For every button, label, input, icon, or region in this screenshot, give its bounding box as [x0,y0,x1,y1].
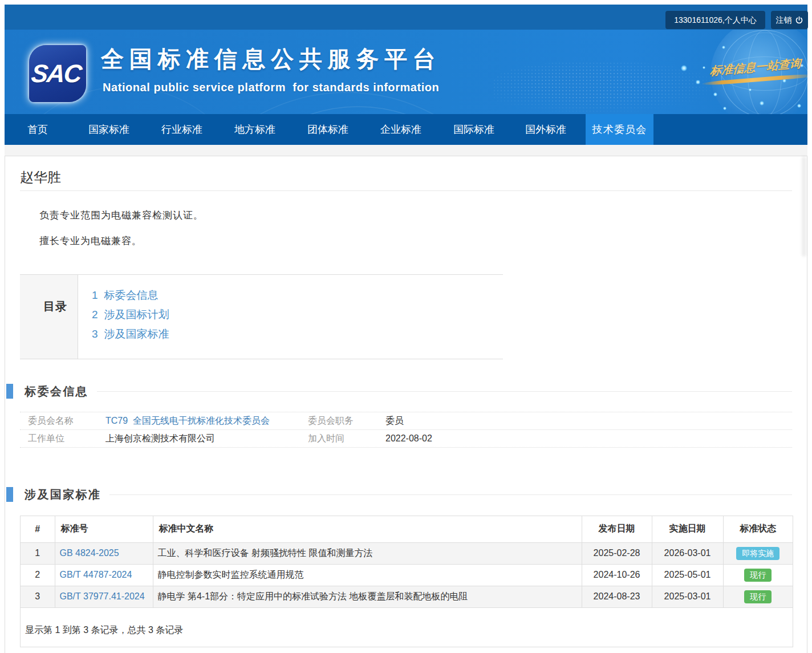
toc-heading: 目录 [43,299,67,314]
section-heading-committee-info: 标委会信息 [20,384,792,399]
section-heading-national-standards: 涉及国家标准 [20,487,792,502]
nav-item-industry-standards[interactable]: 行业标准 [161,114,202,145]
standard-code-link[interactable]: GB 4824-2025 [60,548,119,558]
detail-label: 加入时间 [300,433,377,445]
sparkle-decoration [797,104,801,108]
cell-status: 现行 [723,586,793,607]
cell-implement-date: 2025-03-01 [652,586,723,607]
toc: 目录 1标委会信息 2涉及国标计划 3涉及国家标准 [20,274,503,359]
cell-status: 即将实施 [723,542,793,564]
logout-button[interactable]: 注销 [771,11,808,29]
detail-row: 委员会名称 TC79 全国无线电干扰标准化技术委员会 委员会职务 委员 [20,412,792,430]
detail-value: 上海创京检测技术有限公司 [98,433,300,445]
intro-paragraph: 擅长专业为电磁兼容。 [20,234,792,248]
detail-value: TC79 全国无线电干扰标准化技术委员会 [98,415,300,427]
col-header-name: 标准中文名称 [153,516,582,542]
standards-table: # 标准号 标准中文名称 发布日期 实施日期 标准状态 1 GB [21,516,793,608]
toc-list: 1标委会信息 2涉及国标计划 3涉及国家标准 [78,275,503,359]
intro-paragraph: 负责专业范围为电磁兼容检测认证。 [20,209,792,222]
section-marker [6,487,13,502]
pagination-detail: 显示第 1 到第 3 条记录，总共 3 条记录 [21,608,793,647]
toc-link-committee-info[interactable]: 1标委会信息 [92,289,159,301]
section-heading-line [109,494,792,495]
user-center-button[interactable]: 13301611026,个人中心 [665,11,765,29]
detail-value: 委员 [377,415,792,427]
section-heading-text: 标委会信息 [20,384,88,399]
status-badge: 现行 [744,590,772,603]
toc-item: 2涉及国标计划 [92,305,503,325]
col-header-status: 标准状态 [723,516,793,542]
cell-code: GB/T 44787-2024 [55,564,153,586]
committee-link[interactable]: TC79 全国无线电干扰标准化技术委员会 [105,416,270,425]
cell-code: GB/T 37977.41-2024 [55,586,153,607]
site-subtitle: National public service platform for sta… [103,80,439,95]
scrollbar[interactable] [802,156,806,257]
topbar: 13301611026,个人中心 注销 [5,5,807,30]
toc-heading-cell: 目录 [20,275,78,359]
nav-item-technical-committees[interactable]: 技术委员会 [586,114,653,145]
cell-name: 静电学 第4-1部分：特定应用中的标准试验方法 地板覆盖层和装配地板的电阻 [153,586,582,607]
page: 13301611026,个人中心 注销 [0,0,812,653]
sparkle-decoration [723,107,726,110]
cell-index: 2 [21,564,55,586]
standard-code-link[interactable]: GB/T 37977.41-2024 [60,591,145,601]
cell-status: 现行 [723,564,793,586]
toc-item: 3涉及国家标准 [92,325,503,344]
toc-link-national-standards[interactable]: 3涉及国家标准 [92,328,169,340]
cell-code: GB 4824-2025 [55,542,153,564]
page-title: 赵华胜 [20,169,792,191]
sac-logo-text: SAC [30,59,86,88]
main-nav: 首页 国家标准 行业标准 地方标准 团体标准 企业标准 国际标准 国外标准 技术… [5,114,807,145]
nav-item-group-standards[interactable]: 团体标准 [307,114,348,145]
toc-item: 1标委会信息 [92,286,503,305]
cell-index: 1 [21,542,55,564]
site-title: 全国标准信息公共服务平台 [101,45,441,72]
sparkle-decoration [681,65,687,71]
col-header-code: 标准号 [55,516,153,542]
sparkle-decoration [696,80,700,84]
nav-item-foreign-standards[interactable]: 国外标准 [525,114,566,145]
table-row: 1 GB 4824-2025 工业、科学和医疗设备 射频骚扰特性 限值和测量方法… [21,542,793,564]
col-header-implement-date: 实施日期 [652,516,723,542]
sac-logo[interactable]: SAC [29,45,86,102]
section-marker [6,384,13,399]
cell-index: 3 [21,586,55,607]
cell-implement-date: 2026-03-01 [652,542,723,564]
committee-detail-table: 委员会名称 TC79 全国无线电干扰标准化技术委员会 委员会职务 委员 工作单位… [20,412,792,448]
detail-row: 工作单位 上海创京检测技术有限公司 加入时间 2022-08-02 [20,430,792,448]
detail-label: 工作单位 [20,433,98,445]
table-row: 2 GB/T 44787-2024 静电控制参数实时监控系统通用规范 2024-… [21,564,793,586]
sparkle-decoration [713,92,717,96]
sparkle-decoration [749,88,752,91]
cell-name: 工业、科学和医疗设备 射频骚扰特性 限值和测量方法 [153,542,582,564]
col-header-index: # [21,516,55,542]
sparkle-decoration [760,101,764,106]
power-icon [795,16,803,25]
section-heading-line [97,391,792,392]
cell-publish-date: 2025-02-28 [582,542,652,564]
logout-label: 注销 [776,11,792,29]
nav-item-national-standards[interactable]: 国家标准 [88,114,129,145]
table-header-row: # 标准号 标准中文名称 发布日期 实施日期 标准状态 [21,516,793,542]
content-panel: 赵华胜 负责专业范围为电磁兼容检测认证。 擅长专业为电磁兼容。 目录 1标委会信… [5,156,807,653]
nav-item-local-standards[interactable]: 地方标准 [234,114,275,145]
main-area: 赵华胜 负责专业范围为电磁兼容检测认证。 擅长专业为电磁兼容。 目录 1标委会信… [5,145,807,653]
cell-publish-date: 2024-08-23 [582,586,652,607]
standards-table-container: # 标准号 标准中文名称 发布日期 实施日期 标准状态 1 GB [20,516,793,647]
sparkle-decoration [722,46,725,49]
detail-label: 委员会名称 [20,415,98,427]
nav-item-international-standards[interactable]: 国际标准 [453,114,494,145]
cell-publish-date: 2024-10-26 [582,564,652,586]
nav-item-home[interactable]: 首页 [27,114,48,145]
detail-label: 委员会职务 [300,415,377,427]
status-badge: 现行 [744,569,772,582]
status-badge: 即将实施 [736,547,779,560]
table-row: 3 GB/T 37977.41-2024 静电学 第4-1部分：特定应用中的标准… [21,586,793,607]
section-heading-text: 涉及国家标准 [20,487,101,502]
cell-name: 静电控制参数实时监控系统通用规范 [153,564,582,586]
toc-link-national-plans[interactable]: 2涉及国标计划 [92,309,169,321]
standard-code-link[interactable]: GB/T 44787-2024 [60,570,132,579]
col-header-publish-date: 发布日期 [582,516,652,542]
nav-item-enterprise-standards[interactable]: 企业标准 [380,114,421,145]
site-header: 标准信息一站查询 SAC 全国标准信息公共服务平台 National publi… [5,30,807,114]
